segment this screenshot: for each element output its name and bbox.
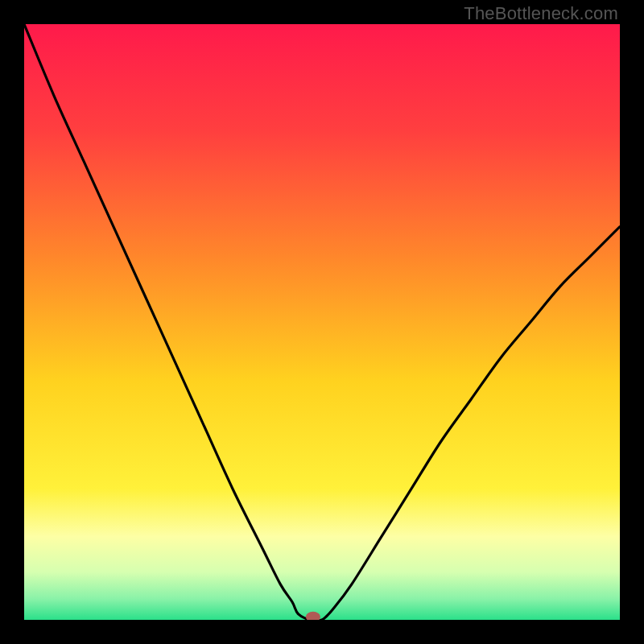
chart-frame: TheBottleneck.com [0,0,644,644]
chart-svg [24,24,620,620]
watermark-text: TheBottleneck.com [464,3,618,24]
plot-area [24,24,620,620]
